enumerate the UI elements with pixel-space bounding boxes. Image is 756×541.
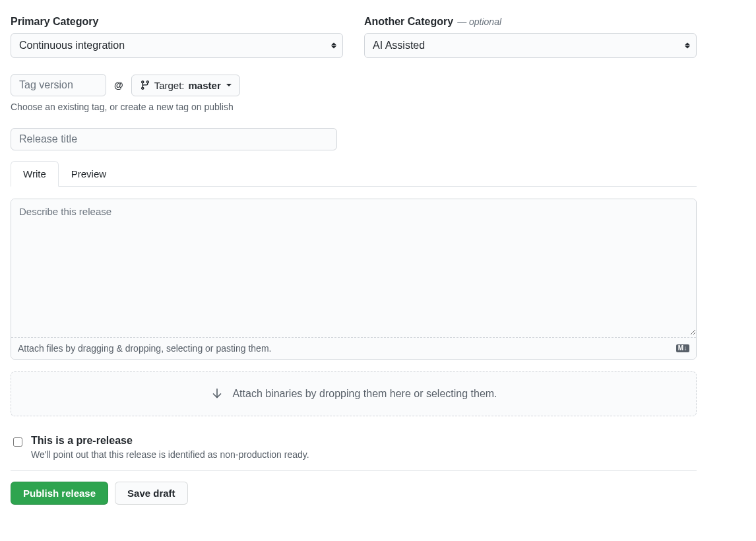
prerelease-desc: We'll point out that this release is ide… (31, 449, 309, 460)
release-description-textarea[interactable] (11, 199, 696, 335)
secondary-category-value[interactable]: AI Assisted (364, 33, 697, 58)
secondary-category-select[interactable]: AI Assisted (364, 33, 697, 58)
markdown-icon[interactable]: M↓ (676, 344, 689, 352)
publish-release-button[interactable]: Publish release (11, 482, 108, 505)
target-prefix: Target: (154, 80, 185, 91)
secondary-category-label: Another Category (364, 16, 453, 28)
primary-category-label: Primary Category (11, 16, 98, 28)
attach-files-hint[interactable]: Attach files by dragging & dropping, sel… (18, 343, 271, 354)
save-draft-button[interactable]: Save draft (115, 482, 188, 505)
release-title-input[interactable] (11, 128, 337, 150)
prerelease-title: This is a pre-release (31, 435, 309, 447)
download-arrow-icon (210, 387, 224, 401)
tab-preview[interactable]: Preview (59, 161, 119, 187)
binaries-dropzone[interactable]: Attach binaries by dropping them here or… (11, 371, 697, 416)
primary-category-select[interactable]: Continuous integration (11, 33, 343, 58)
tag-hint: Choose an existing tag, or create a new … (11, 102, 697, 112)
tab-write[interactable]: Write (11, 161, 59, 187)
caret-down-icon (226, 84, 232, 86)
primary-category-value[interactable]: Continuous integration (11, 33, 343, 58)
prerelease-checkbox[interactable] (13, 437, 22, 447)
at-symbol: @ (114, 80, 123, 90)
optional-hint: — optional (457, 16, 501, 27)
tag-version-input[interactable] (11, 74, 106, 96)
target-branch-button[interactable]: Target: master (131, 75, 240, 96)
target-branch-name: master (189, 80, 221, 91)
git-branch-icon (140, 80, 150, 90)
binaries-hint: Attach binaries by dropping them here or… (232, 388, 497, 400)
